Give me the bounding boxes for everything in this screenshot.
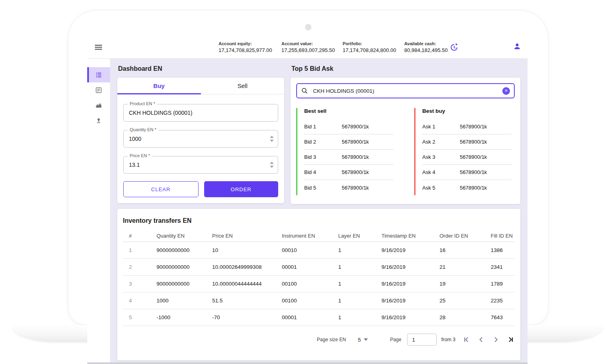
clear-button[interactable]: CLEAR [123, 181, 199, 197]
cell: 1 [338, 264, 381, 270]
previous-page-icon[interactable] [477, 336, 485, 344]
first-page-icon[interactable] [462, 336, 470, 344]
ask-value: 5678900/1k [460, 124, 487, 130]
cell: 51.5 [212, 298, 282, 304]
cell: 00001 [282, 264, 338, 270]
search-icon [301, 87, 308, 94]
cell: 19 [439, 281, 491, 287]
inventory-card: Inventory transfers EN # Quantity EN Pri… [117, 209, 520, 360]
app-screen: Account equity: 17,174,708,825,977.00 Ac… [87, 36, 528, 364]
ask-value: 5678900/1k [460, 185, 487, 191]
col-header: Timestamp EN [381, 233, 439, 239]
tab-sell[interactable]: Sell [201, 78, 285, 94]
table-row: 3 90000000000 10.00000044444444 00100 1 … [123, 276, 515, 292]
bid-row: Bid 1 5678900/1k [304, 119, 393, 134]
ask-label: Ask 5 [422, 185, 460, 191]
cell: 10.00000044444444 [212, 281, 282, 287]
cell: 10.00002649999308 [212, 264, 282, 270]
stat-label: Account value: [281, 41, 343, 46]
product-field: Product EN * [123, 104, 278, 122]
sidebar-item-upload[interactable] [87, 113, 110, 128]
bid-value: 5678900/1k [342, 154, 369, 160]
best-sell-column: Best sell Bid 1 5678900/1k Bid 2 5678900… [296, 108, 393, 195]
upload-icon [95, 117, 102, 124]
cell: 90000000000 [157, 247, 212, 253]
update-icon[interactable] [450, 43, 458, 52]
page-count-label: from 3 [441, 337, 455, 342]
bid-row: Bid 3 5678900/1k [304, 150, 393, 165]
ask-row: Ask 4 5678900/1k [422, 165, 512, 180]
clear-search-icon[interactable]: ✕ [502, 87, 510, 95]
active-tab-underline [117, 93, 201, 94]
order-button[interactable]: ORDER [204, 181, 279, 197]
best-sell-title: Best sell [304, 108, 393, 119]
stepper-up-icon[interactable] [270, 136, 274, 138]
cell: 1 [338, 298, 381, 304]
ask-label: Ask 3 [422, 154, 460, 160]
sidebar-item-dashboard[interactable] [87, 67, 110, 82]
cell: 00001 [282, 314, 338, 320]
sidebar-item-charts[interactable] [87, 98, 110, 113]
page-size-select[interactable]: 5 [358, 337, 367, 343]
page-number-input[interactable] [407, 334, 437, 346]
ask-value: 5678900/1k [460, 154, 487, 160]
top5-card: ✕ Best sell Bid 1 5678900/1k Bid 2 [291, 78, 520, 204]
bid-value: 5678900/1k [342, 139, 369, 145]
cell: 1 [338, 314, 381, 320]
inventory-table: # Quantity EN Price EN Instrument EN Lay… [123, 230, 515, 326]
last-page-icon[interactable] [507, 336, 515, 344]
chart-icon [95, 102, 102, 109]
cell: 9/16/2019 [381, 298, 439, 304]
stat-label: Portfolio: [343, 41, 404, 46]
next-page-icon[interactable] [492, 336, 500, 344]
sidebar-item-orders[interactable] [87, 82, 110, 98]
tab-buy[interactable]: Buy [117, 78, 201, 94]
product-field-label: Product EN * [128, 101, 157, 106]
search-input[interactable] [312, 88, 502, 94]
person-icon[interactable] [513, 42, 521, 52]
ask-value: 5678900/1k [460, 169, 487, 175]
hamburger-icon[interactable] [95, 44, 102, 51]
page-size-value: 5 [358, 337, 361, 343]
price-input[interactable] [129, 162, 273, 168]
price-field-label: Price EN * [128, 153, 152, 158]
bid-value: 5678900/1k [342, 169, 369, 175]
cell: 5 [123, 314, 157, 320]
article-icon [95, 86, 102, 94]
ask-row: Ask 3 5678900/1k [422, 150, 512, 165]
cell: 9/16/2019 [381, 264, 439, 270]
cell: 2341 [491, 264, 515, 270]
stat-label: Available cash: [404, 41, 444, 46]
account-stats: Account equity: 17,174,708,825,977.00 Ac… [219, 41, 444, 53]
cell: 1 [338, 281, 381, 287]
stat-value: 17,255,693,007,295.50 [281, 47, 343, 53]
cell: 1000 [157, 298, 212, 304]
stat-account-value: Account value: 17,255,693,007,295.50 [281, 41, 343, 53]
app-header: Account equity: 17,174,708,825,977.00 Ac… [87, 36, 528, 59]
cell: 21 [439, 264, 491, 270]
bid-label: Bid 3 [304, 154, 342, 160]
table-row: 4 1000 51.5 00100 1 9/16/2019 25 2235 [123, 292, 515, 309]
main-content: Dashboard EN Top 5 Bid Ask Buy Sell Prod… [110, 59, 528, 364]
stepper-down-icon[interactable] [270, 166, 274, 168]
cell: 9/16/2019 [381, 281, 439, 287]
screen-bottom-edge [87, 362, 528, 364]
stat-value: 17,174,708,825,977.00 [219, 47, 281, 53]
cell: 1 [338, 247, 381, 253]
cell: -70 [212, 314, 282, 320]
col-header: Instrument EN [282, 233, 338, 239]
stepper-up-icon[interactable] [270, 162, 274, 164]
stepper-down-icon[interactable] [270, 140, 274, 142]
dashboard-title: Dashboard EN [118, 65, 284, 72]
bid-value: 5678900/1k [342, 185, 369, 191]
top5-title: Top 5 Bid Ask [291, 65, 520, 72]
bid-value: 5678900/1k [342, 124, 369, 130]
pagination: Page size EN 5 Page from 3 [123, 328, 515, 351]
price-stepper[interactable] [270, 162, 274, 168]
ask-row: Ask 1 5678900/1k [422, 119, 512, 134]
quantity-input[interactable] [129, 136, 273, 142]
quantity-stepper[interactable] [270, 136, 274, 142]
col-header: Quantity EN [157, 233, 212, 239]
product-input[interactable] [129, 110, 273, 116]
cell: 9/16/2019 [381, 314, 439, 320]
